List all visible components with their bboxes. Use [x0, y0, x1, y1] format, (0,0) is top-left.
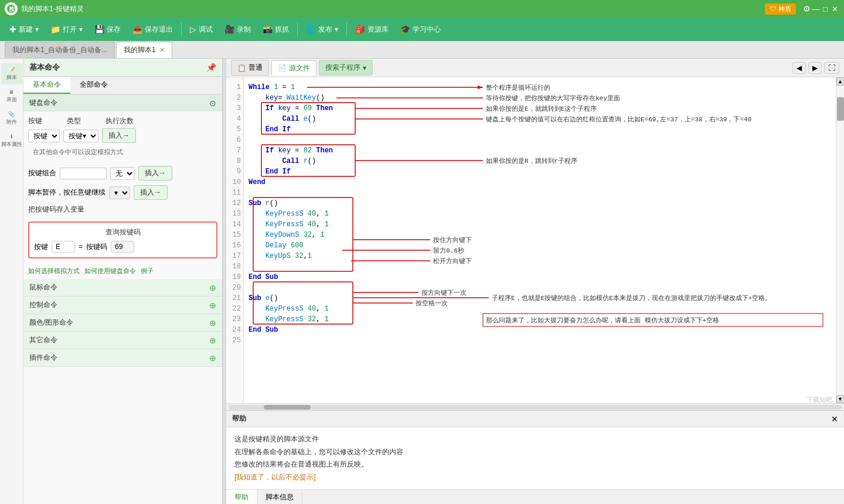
help-tab-help[interactable]: 帮助	[226, 490, 257, 504]
nav-next-btn[interactable]: ▶	[808, 62, 822, 74]
link-example[interactable]: 例子	[141, 267, 154, 275]
scroll-up-btn[interactable]: ▲	[836, 77, 845, 86]
panel-pin-icon[interactable]: 📌	[206, 63, 216, 72]
save-exit-button[interactable]: 📤 保存退出	[128, 22, 178, 37]
editor-tab-search[interactable]: 搜索子程序 ▾	[319, 60, 373, 76]
title-bar: 按 我的脚本1-按键精灵 🛡 神盾 ⚙ — □ ✕	[0, 0, 844, 18]
code-area: While 1 = 1 key= WaitKey() If key = 69 T…	[249, 82, 831, 346]
mouse-label: 鼠标命令	[29, 282, 57, 292]
pause-select[interactable]: ▾	[109, 186, 130, 199]
type-select[interactable]: 按键▾	[63, 130, 98, 142]
code-line-25	[249, 335, 831, 346]
tab-main-label: 我的脚本1	[124, 45, 156, 55]
svg-text:按: 按	[8, 6, 15, 12]
col-key-label: 按键	[28, 116, 63, 126]
save-button[interactable]: 💾 保存	[90, 22, 125, 37]
color-category[interactable]: 颜色/图形命令 ⊕	[23, 314, 222, 332]
horizontal-scrollbar[interactable]	[226, 403, 844, 410]
tab-autosave[interactable]: 我的脚本1_自动备份_自动备...	[5, 42, 115, 58]
right-scrollbar[interactable]: ▲ ▼	[836, 77, 844, 403]
props-icon: ℹ	[11, 134, 12, 139]
code-line-12: Sub r()	[249, 198, 831, 209]
app-title: 我的脚本1-按键精灵	[21, 4, 84, 14]
other-category[interactable]: 其它命令 ⊕	[23, 332, 222, 349]
tab-basic-commands[interactable]: 基本命令	[23, 77, 70, 94]
capture-button[interactable]: 📸 抓抓	[258, 22, 294, 37]
combo-label: 按键组合	[28, 168, 56, 178]
debug-icon: ▷	[190, 25, 196, 34]
store-label: 把按键码存入变量	[28, 205, 84, 213]
link-keyboard[interactable]: 如何使用键盘命令	[84, 267, 136, 275]
code-content[interactable]: While 1 = 1 key= WaitKey() If key = 69 T…	[244, 77, 836, 403]
link-simulate[interactable]: 如何选择模拟方式	[28, 267, 80, 275]
resources-button[interactable]: 🎒 资源库	[350, 22, 393, 37]
query-section: 查询按键码 按键 = 按键码	[28, 222, 217, 258]
settings-btn[interactable]: ⚙	[802, 4, 811, 13]
watermark: 下载知吧	[806, 396, 832, 404]
code-line-14: KeyPressS 40, 1	[249, 219, 831, 230]
control-label: 控制命令	[29, 300, 57, 310]
editor-tab-source[interactable]: 📄 源文件	[271, 60, 316, 76]
nav-prev-btn[interactable]: ◀	[792, 62, 806, 74]
scroll-track[interactable]	[836, 86, 845, 395]
toolbar: ✚ 新建 ▾ 📁 打开 ▾ 💾 保存 📤 保存退出 ▷ 调试 🎥 录制 📸 抓抓…	[0, 18, 844, 41]
normal-icon: 📋	[237, 64, 246, 72]
help-line1: 这是按键精灵的脚本源文件	[234, 433, 836, 446]
record-button[interactable]: 🎥 录制	[220, 22, 256, 37]
help-close-btn[interactable]: ✕	[831, 414, 838, 424]
plugin-category[interactable]: 插件命令 ⊕	[23, 349, 222, 367]
code-line-3: If key = 69 Then	[249, 103, 831, 114]
key-select[interactable]: 按键	[28, 130, 60, 142]
resources-icon: 🎒	[355, 25, 365, 34]
combo-insert-btn[interactable]: 插入→	[138, 166, 172, 181]
keyboard-insert-btn[interactable]: 插入→	[102, 128, 136, 143]
editor-tab-normal[interactable]: 📋 普通	[231, 60, 269, 76]
combo-input[interactable]	[60, 168, 107, 179]
tab-main[interactable]: 我的脚本1 ✕	[116, 42, 172, 58]
keyboard-collapse-btn[interactable]: ⊙	[209, 98, 216, 108]
code-line-15: KeyDownS 32, 1	[249, 230, 831, 240]
learn-button[interactable]: 🎓 学习中心	[396, 22, 445, 37]
minimize-btn[interactable]: —	[811, 4, 821, 13]
mouse-category[interactable]: 鼠标命令 ⊕	[23, 279, 222, 297]
open-button[interactable]: 📁 打开 ▾	[46, 22, 87, 37]
restore-btn[interactable]: □	[821, 4, 830, 13]
sidebar-item-props[interactable]: ℹ 脚本属性	[1, 130, 22, 151]
publish-icon: 🌐	[306, 25, 316, 34]
new-icon: ✚	[9, 25, 16, 34]
help-warn[interactable]: [我知道了，以后不必提示]	[234, 471, 836, 484]
store-row: 把按键码存入变量	[23, 202, 222, 217]
publish-button[interactable]: 🌐 发布 ▾	[301, 22, 343, 37]
tab-bar: 我的脚本1_自动备份_自动备... 我的脚本1 ✕	[0, 41, 844, 59]
pause-insert-btn[interactable]: 插入→	[134, 185, 168, 200]
help-content: 这是按键精灵的脚本源文件 在理解各条命令的基础上，您可以修改这个文件的内容 您修…	[226, 427, 844, 489]
tab-all-commands[interactable]: 全部命令	[70, 77, 117, 94]
help-line2: 在理解各条命令的基础上，您可以修改这个文件的内容	[234, 446, 836, 459]
sidebar-item-screen[interactable]: 🖥 界面	[1, 86, 22, 107]
control-category[interactable]: 控制命令 ⊕	[23, 297, 222, 314]
sidebar-item-attach[interactable]: 📎 附件	[1, 108, 22, 129]
close-btn[interactable]: ✕	[830, 4, 839, 13]
h-scrollbar-thumb[interactable]	[264, 405, 311, 410]
scroll-thumb[interactable]	[837, 97, 844, 121]
debug-button[interactable]: ▷ 调试	[185, 22, 217, 37]
save-icon: 💾	[94, 25, 104, 34]
new-button[interactable]: ✚ 新建 ▾	[5, 22, 43, 37]
guardian-badge: 🛡 神盾	[765, 4, 796, 15]
sidebar-item-script[interactable]: 📝 脚本	[1, 63, 22, 84]
code-line-23: KeyPressS 32, 1	[249, 314, 831, 325]
code-line-18	[249, 261, 831, 272]
help-tab-script-info[interactable]: 脚本信息	[257, 490, 302, 504]
help-line3: 您修改的结果将会在普通视图上有所反映。	[234, 458, 836, 471]
fullscreen-btn[interactable]: ⛶	[824, 62, 839, 74]
query-code-input[interactable]	[111, 241, 134, 253]
query-title: 查询按键码	[34, 227, 212, 237]
capture-icon: 📸	[263, 25, 273, 34]
code-line-10: Wend	[249, 177, 831, 188]
combo-select[interactable]: 无	[110, 167, 135, 180]
scroll-down-btn[interactable]: ▼	[836, 395, 845, 403]
tab-close-icon[interactable]: ✕	[159, 46, 165, 54]
code-line-11	[249, 188, 831, 198]
query-key-input[interactable]	[52, 241, 75, 253]
h-scrollbar-track[interactable]	[229, 405, 842, 410]
